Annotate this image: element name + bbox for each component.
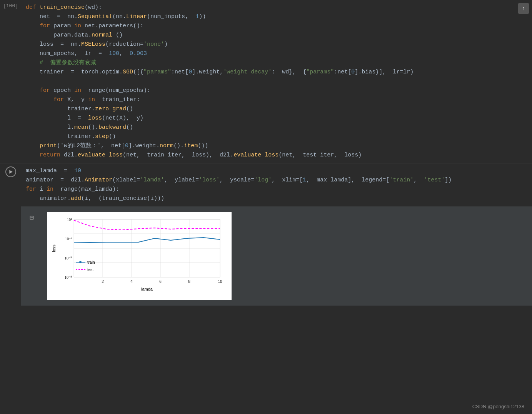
loss-chart: 10¹ 10⁻² 10⁻⁵ 10⁻⁸ 2 4 6 8 10 loss [51,216,228,296]
svg-text:10⁻⁵: 10⁻⁵ [65,256,72,260]
watermark: CSDN @pengshi12138 [472,404,524,409]
svg-text:10¹: 10¹ [67,218,72,222]
cell-2-run-gutter [0,163,21,414]
code-block-2: max_lamda = 10 animator = d2l.Animator(x… [26,166,527,203]
svg-text:lamda: lamda [141,287,153,291]
svg-text:10⁻²: 10⁻² [65,237,72,241]
cell-2-content: max_lamda = 10 animator = d2l.Animator(x… [21,163,532,414]
svg-text:6: 6 [159,279,162,284]
output-icon-gutter: ⊟ [21,210,42,302]
svg-text:4: 4 [130,279,133,284]
output-collapse-icon[interactable]: ⊟ [27,212,37,223]
svg-text:8: 8 [188,279,190,284]
cell-2: max_lamda = 10 animator = d2l.Animator(x… [0,163,532,414]
cell-1-code[interactable]: def train_concise(wd): net = nn.Sequenti… [21,0,532,163]
svg-text:10⁻⁸: 10⁻⁸ [65,275,72,279]
chart-container: 10¹ 10⁻² 10⁻⁵ 10⁻⁸ 2 4 6 8 10 loss [47,212,232,300]
cell-1: [100] def train_concise(wd): net = nn.Se… [0,0,532,163]
output-area: ⊟ [21,206,532,306]
output-content: 10¹ 10⁻² 10⁻⁵ 10⁻⁸ 2 4 6 8 10 loss [42,210,532,302]
notebook-container: [100] def train_concise(wd): net = nn.Se… [0,0,532,414]
svg-text:test: test [87,268,93,272]
svg-text:loss: loss [52,244,56,252]
svg-text:10: 10 [218,279,222,284]
cell-1-label: [100] [0,0,21,163]
svg-marker-0 [9,170,12,174]
svg-text:train: train [87,260,95,264]
cell-2-code[interactable]: max_lamda = 10 animator = d2l.Animator(x… [21,163,532,206]
code-block-1: def train_concise(wd): net = nn.Sequenti… [26,3,527,160]
svg-point-25 [79,261,82,263]
run-button[interactable] [5,166,16,177]
svg-text:2: 2 [102,279,104,284]
scroll-up-button[interactable]: ↑ [518,3,529,14]
